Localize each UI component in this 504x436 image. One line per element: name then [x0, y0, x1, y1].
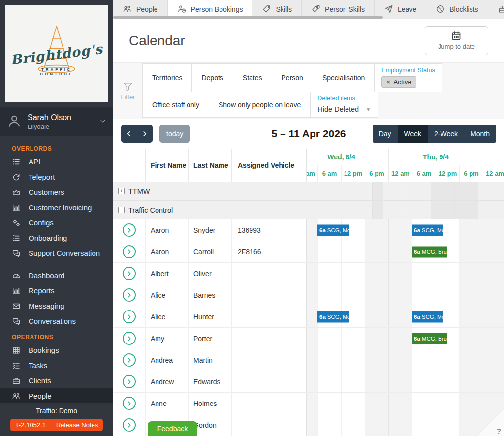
- calendar-cell[interactable]: [317, 284, 341, 306]
- calendar-cell[interactable]: [306, 263, 317, 284]
- filter-button-specialisation[interactable]: Specialisation: [313, 63, 375, 92]
- calendar-cell[interactable]: [306, 241, 317, 262]
- sidebar-item-tasks[interactable]: Tasks: [0, 358, 113, 373]
- calendar-cell[interactable]: [412, 371, 436, 392]
- view-button-week[interactable]: Week: [398, 125, 428, 143]
- sidebar-item-messaging[interactable]: Messaging: [0, 298, 113, 313]
- calendar-cell[interactable]: [459, 393, 483, 414]
- company-logo[interactable]: Brightdog's TRAFFIC CONTROL: [5, 5, 108, 102]
- calendar-cell[interactable]: [383, 182, 407, 200]
- calendar-cell[interactable]: [459, 219, 483, 241]
- calendar-cell[interactable]: [431, 182, 454, 200]
- tab-blocklists[interactable]: Blocklists: [426, 0, 488, 19]
- expand-person-button[interactable]: [123, 332, 136, 345]
- employment-status-filter[interactable]: Employment Status × Active: [374, 63, 442, 92]
- calendar-cell[interactable]: [388, 414, 412, 436]
- calendar-cell[interactable]: [388, 393, 412, 414]
- calendar-cell[interactable]: [407, 201, 431, 219]
- calendar-cell[interactable]: [306, 371, 317, 392]
- calendar-cell[interactable]: [306, 306, 317, 327]
- filter-button-territories[interactable]: Territories: [142, 63, 192, 92]
- calendar-cell[interactable]: [436, 284, 459, 306]
- chip-remove-icon[interactable]: ×: [386, 78, 390, 86]
- view-button-month[interactable]: Month: [464, 125, 496, 143]
- calendar-cell[interactable]: [365, 371, 388, 392]
- expand-person-button[interactable]: [123, 418, 136, 432]
- tab-birthdays[interactable]: Birthdays: [488, 0, 504, 19]
- expand-person-button[interactable]: [123, 245, 136, 258]
- calendar-cell[interactable]: [436, 349, 459, 371]
- calendar-cell[interactable]: [436, 414, 459, 436]
- expand-person-button[interactable]: [123, 310, 136, 323]
- next-week-button[interactable]: [137, 125, 153, 143]
- expand-person-button[interactable]: [123, 397, 136, 410]
- sidebar-item-clients[interactable]: Clients: [0, 373, 113, 388]
- calendar-cell[interactable]: [388, 306, 412, 327]
- calendar-cell[interactable]: [483, 371, 504, 392]
- calendar-cell[interactable]: [317, 393, 341, 414]
- calendar-cell[interactable]: [372, 201, 383, 219]
- calendar-cell[interactable]: [306, 328, 317, 349]
- calendar-cell[interactable]: [388, 328, 412, 349]
- calendar-cell[interactable]: [365, 414, 388, 436]
- calendar-cell[interactable]: [431, 201, 454, 219]
- sidebar-item-support-conversation[interactable]: Support Conversation: [0, 246, 113, 261]
- calendar-cell[interactable]: [341, 393, 365, 414]
- filter-button-person[interactable]: Person: [272, 63, 313, 92]
- calendar-cell[interactable]: [341, 284, 365, 306]
- calendar-cell[interactable]: [483, 306, 504, 327]
- booking-chip[interactable]: 6aMCG, Brunton: [412, 246, 447, 257]
- expand-person-button[interactable]: [123, 375, 136, 388]
- view-button-2-week[interactable]: 2-Week: [428, 125, 464, 143]
- calendar-cell[interactable]: [459, 284, 483, 306]
- calendar-cell[interactable]: [341, 328, 365, 349]
- calendar-cell[interactable]: [306, 414, 317, 436]
- sidebar-item-bookings[interactable]: Bookings: [0, 343, 113, 358]
- calendar-cell[interactable]: [317, 263, 341, 284]
- filter-button-show-only-people-on-leave[interactable]: Show only people on leave: [209, 92, 311, 118]
- calendar-cell[interactable]: [388, 263, 412, 284]
- sidebar-item-onboarding[interactable]: Onboarding: [0, 230, 113, 246]
- calendar-cell[interactable]: [372, 182, 383, 200]
- calendar-cell[interactable]: [483, 241, 504, 262]
- user-menu[interactable]: Sarah Olson Lilydale: [0, 107, 113, 136]
- calendar-cell[interactable]: [478, 201, 502, 219]
- jump-to-date-button[interactable]: Jump to date: [425, 26, 488, 55]
- calendar-cell[interactable]: [388, 219, 412, 241]
- calendar-cell[interactable]: [388, 241, 412, 262]
- expand-person-button[interactable]: [123, 288, 136, 302]
- tabbar-scrollbar[interactable]: [113, 16, 383, 19]
- sidebar-item-api[interactable]: API: [0, 154, 113, 169]
- calendar-cell[interactable]: [459, 371, 483, 392]
- calendar-cell[interactable]: [459, 328, 483, 349]
- filter-toggle[interactable]: Filter: [113, 64, 143, 118]
- calendar-cell[interactable]: [365, 263, 388, 284]
- calendar-cell[interactable]: [412, 284, 436, 306]
- sidebar-item-customers[interactable]: Customers: [0, 185, 113, 200]
- calendar-cell[interactable]: [341, 371, 365, 392]
- view-button-day[interactable]: Day: [373, 125, 398, 143]
- group-row-ttmw[interactable]: +TTMW: [113, 182, 504, 201]
- calendar-cell[interactable]: [365, 219, 388, 241]
- sidebar-item-conversations[interactable]: Conversations: [0, 313, 113, 329]
- calendar-cell[interactable]: [478, 182, 502, 200]
- calendar-cell[interactable]: [306, 284, 317, 306]
- calendar-cell[interactable]: [502, 182, 504, 200]
- calendar-cell[interactable]: [341, 241, 365, 262]
- calendar-cell[interactable]: [317, 371, 341, 392]
- calendar-cell[interactable]: [412, 393, 436, 414]
- sidebar-item-teleport[interactable]: Teleport: [0, 169, 113, 185]
- calendar-cell[interactable]: [365, 284, 388, 306]
- booking-chip[interactable]: 6aSCG, Moore: [412, 224, 443, 236]
- calendar-cell[interactable]: [459, 241, 483, 262]
- calendar-cell[interactable]: [483, 263, 504, 284]
- calendar-cell[interactable]: [306, 393, 317, 414]
- booking-chip[interactable]: 6aMCG, Brunton: [412, 333, 447, 344]
- calendar-cell[interactable]: [317, 241, 341, 262]
- calendar-cell[interactable]: [407, 182, 431, 200]
- calendar-cell[interactable]: [306, 219, 317, 241]
- sidebar-item-reports[interactable]: Reports: [0, 283, 113, 298]
- calendar-cell[interactable]: [306, 349, 317, 371]
- expand-person-button[interactable]: [123, 353, 136, 367]
- calendar-cell[interactable]: [341, 263, 365, 284]
